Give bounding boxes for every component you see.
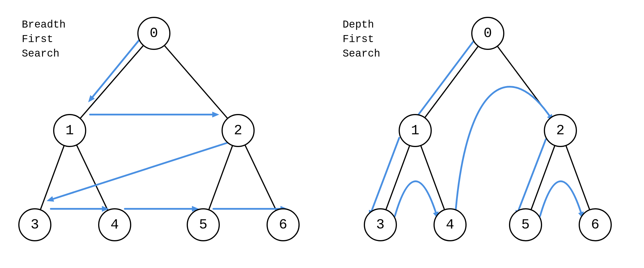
dfs-title-line-1: Depth (343, 19, 374, 31)
svg-line-1 (154, 33, 238, 131)
svg-line-0 (70, 33, 154, 131)
svg-text:4: 4 (446, 217, 454, 233)
svg-line-8 (49, 142, 229, 200)
svg-text:0: 0 (150, 26, 158, 41)
svg-text:0: 0 (484, 26, 492, 41)
svg-text:2: 2 (234, 123, 242, 138)
svg-text:3: 3 (31, 217, 39, 233)
bfs-node-1: 1 (54, 115, 86, 146)
diagram-canvas: Breadth First Search (0, 0, 644, 268)
bfs-node-0: 0 (138, 17, 170, 49)
svg-line-33 (370, 138, 399, 215)
dfs-title-line-3: Search (343, 48, 380, 60)
svg-text:6: 6 (591, 217, 600, 233)
bfs-title-line-1: Breadth (22, 19, 66, 31)
bfs-title-line-2: First (22, 33, 53, 45)
svg-text:1: 1 (411, 123, 420, 138)
svg-line-34 (517, 139, 546, 215)
svg-text:4: 4 (111, 217, 119, 233)
dfs-node-3: 3 (364, 209, 396, 241)
bfs-node-3: 3 (19, 209, 51, 241)
dfs-node-4: 4 (434, 209, 466, 241)
dfs-node-1: 1 (399, 115, 431, 146)
svg-text:5: 5 (521, 217, 530, 233)
svg-line-6 (90, 36, 142, 100)
dfs-title-line-2: First (343, 33, 374, 45)
bfs-node-2: 2 (222, 115, 254, 146)
svg-line-32 (411, 38, 476, 125)
svg-text:3: 3 (376, 217, 385, 233)
dfs-diagram: Depth First Search (343, 17, 611, 241)
bfs-node-6: 6 (267, 209, 299, 241)
bfs-node-5: 5 (187, 209, 219, 241)
dfs-node-6: 6 (579, 209, 611, 241)
svg-text:5: 5 (199, 217, 208, 233)
bfs-title-line-3: Search (22, 48, 60, 60)
dfs-node-0: 0 (472, 17, 504, 49)
svg-text:2: 2 (556, 123, 565, 138)
svg-text:6: 6 (279, 217, 287, 233)
bfs-node-4: 4 (99, 209, 131, 241)
dfs-node-5: 5 (510, 209, 542, 241)
svg-text:1: 1 (66, 123, 74, 138)
bfs-diagram: Breadth First Search (19, 17, 299, 241)
dfs-node-2: 2 (544, 115, 576, 146)
